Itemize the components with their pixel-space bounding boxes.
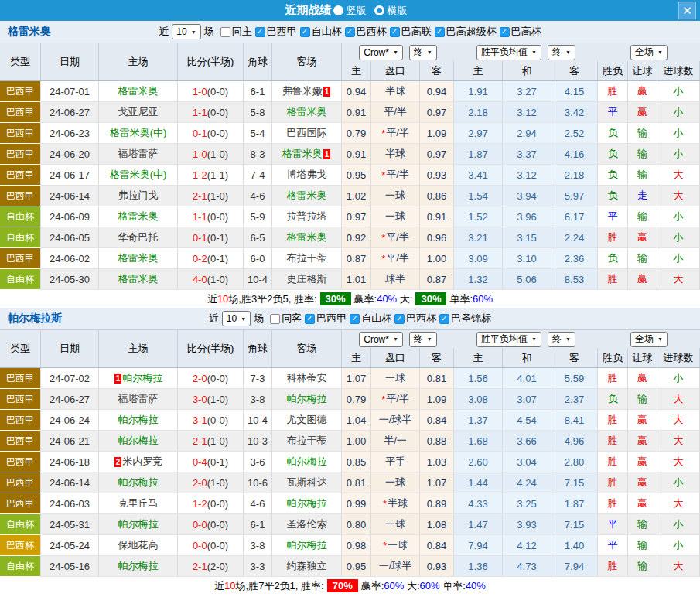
full-time-score: 1-1 [193, 211, 207, 223]
away-odds: 0.84 [427, 540, 446, 551]
avg-draw: 4.01 [517, 373, 536, 384]
avg-home: 2.97 [468, 128, 487, 139]
away-team-name: 布拉干蒂 [287, 434, 327, 448]
home-odds: 0.91 [347, 107, 366, 118]
away-odds-cell: 0.89 [420, 493, 454, 514]
avg-final-select[interactable]: 终▼ [548, 332, 575, 347]
avg-draw: 4.24 [517, 477, 536, 489]
handicap-result-value: 走 [637, 189, 647, 203]
league-checkbox-2[interactable] [345, 27, 355, 37]
avg-home: 2.18 [468, 107, 487, 118]
panel-title: 近期战绩 [285, 3, 332, 18]
select-value: 胜平负均值 [481, 46, 528, 59]
away-odds-cell: 0.97 [420, 144, 454, 165]
avg-home: 3.41 [468, 169, 487, 181]
avg-type-select[interactable]: 胜平负均值▼ [476, 45, 541, 60]
avg-final-select[interactable]: 终▼ [548, 45, 575, 60]
league-checkbox-4[interactable] [435, 27, 445, 37]
corner-cell: 7-3 [244, 368, 272, 389]
scope-select[interactable]: 全场▼ [630, 332, 668, 347]
same-venue-checkbox[interactable] [270, 314, 280, 324]
same-venue-checkbox[interactable] [220, 27, 230, 37]
match-count-select[interactable]: 10▼ [222, 311, 251, 326]
corner-cell: 10-3 [244, 431, 272, 452]
close-button[interactable]: ✕ [678, 2, 696, 19]
league-checkbox-3[interactable] [390, 27, 400, 37]
score-cell: 3-1(0-0) [178, 410, 244, 431]
sub-column-header: 盘口 [371, 61, 420, 80]
goals-cell: 小 [657, 206, 700, 227]
column-header: 类型 [0, 330, 41, 367]
match-date: 24-06-18 [50, 456, 90, 468]
date-cell: 24-06-23 [41, 123, 99, 144]
home-team-name: 保地花高 [118, 538, 159, 552]
league-checkbox-5[interactable] [500, 27, 510, 37]
avg-draw-cell: 3.94 [503, 186, 551, 206]
avg-home-cell: 7.94 [454, 535, 503, 556]
corner-cell: 5-9 [244, 206, 272, 227]
league-type-label: 巴西杯 [6, 539, 34, 552]
odds-company-select[interactable]: Crow*▼ [359, 45, 403, 60]
half-time-score: (0-0) [207, 107, 228, 118]
home-odds-cell: 0.95 [342, 165, 371, 186]
avg-away-cell: 4.16 [551, 144, 598, 165]
avg-away-cell: 2.24 [551, 227, 598, 248]
date-cell: 24-06-20 [41, 144, 99, 165]
result-cell: 胜 [598, 410, 628, 431]
home-team-name: 帕尔梅拉 [118, 413, 159, 427]
handicap-result-value: 输 [637, 392, 647, 406]
away-team-name: 圣洛伦索 [287, 517, 327, 531]
home-odds: 0.99 [347, 498, 366, 510]
match-row: 巴西甲24-06-23格雷米奥(中)0-1(0-0)5-4巴西国际0.79*平/… [0, 123, 700, 144]
handicap-cell: 半/一 [371, 431, 420, 452]
avg-home-cell: 1.36 [454, 556, 503, 577]
dropdown-zone: Crow*▼终▼ [342, 43, 454, 61]
home-team-name: 帕尔梅拉 [118, 434, 159, 448]
goals-cell: 大 [657, 410, 700, 431]
match-row: 巴西甲24-06-24帕尔梅拉3-1(0-0)10-4尤文图德1.04一/球半0… [0, 410, 700, 431]
odds-final-select[interactable]: 终▼ [409, 45, 437, 60]
away-odds-cell: 1.09 [420, 389, 454, 410]
match-date: 24-05-31 [50, 519, 90, 530]
result-cell: 胜 [598, 493, 628, 514]
league-checkbox-1[interactable] [300, 27, 310, 37]
away-team-name: 格雷米奥 [282, 147, 323, 161]
home-odds: 0.81 [347, 477, 366, 489]
goals-cell: 小 [657, 535, 700, 556]
avg-away: 2.52 [565, 128, 584, 139]
odds-company-select[interactable]: Crow*▼ [359, 332, 403, 347]
half-time-score: (0-0) [207, 414, 228, 426]
select-value: 全场 [635, 46, 654, 59]
odds-final-select[interactable]: 终▼ [409, 332, 437, 347]
avg-draw: 3.93 [517, 519, 536, 530]
away-team-name: 格雷米奥 [287, 230, 327, 244]
avg-type-select[interactable]: 胜平负均值▼ [476, 332, 541, 347]
chevron-down-icon: ▼ [191, 29, 196, 35]
avg-home: 7.94 [468, 540, 487, 551]
home-team-name: 米内罗竞 [122, 455, 162, 469]
column-header: 比分(半场) [178, 43, 244, 80]
layout-radio-vertical[interactable] [333, 5, 343, 15]
league-checkbox-0[interactable] [305, 314, 315, 324]
handicap-result-value: 赢 [637, 413, 647, 427]
goals-cell: 小 [657, 123, 700, 144]
avg-away: 5.97 [565, 190, 584, 202]
away-odds-cell: 1.03 [420, 452, 454, 472]
scope-select[interactable]: 全场▼ [630, 45, 668, 60]
home-odds: 1.07 [347, 373, 366, 384]
league-checkbox-3[interactable] [439, 314, 449, 324]
home-odds-cell: 0.91 [342, 144, 371, 165]
home-team-name: 格雷米奥 [118, 84, 159, 98]
match-row: 巴西甲24-06-14帕尔梅拉2-0(1-0)10-6瓦斯科达0.81一球1.0… [0, 472, 700, 493]
league-checkbox-2[interactable] [394, 314, 405, 324]
avg-home-cell: 1.54 [454, 186, 503, 206]
result-value: 胜 [608, 496, 618, 510]
match-count-select[interactable]: 10▼ [172, 24, 200, 39]
corner-cell: 3-8 [244, 535, 272, 556]
league-type-cell: 巴西甲 [0, 248, 41, 269]
league-checkbox-0[interactable] [255, 27, 265, 37]
result-cell: 胜 [598, 472, 628, 493]
layout-radio-horizontal[interactable] [374, 5, 384, 15]
table-header: 类型日期主场比分(半场)角球客场Crow*▼终▼胜平负均值▼终▼全场▼主盘口客主… [0, 329, 700, 368]
league-checkbox-1[interactable] [350, 314, 360, 324]
